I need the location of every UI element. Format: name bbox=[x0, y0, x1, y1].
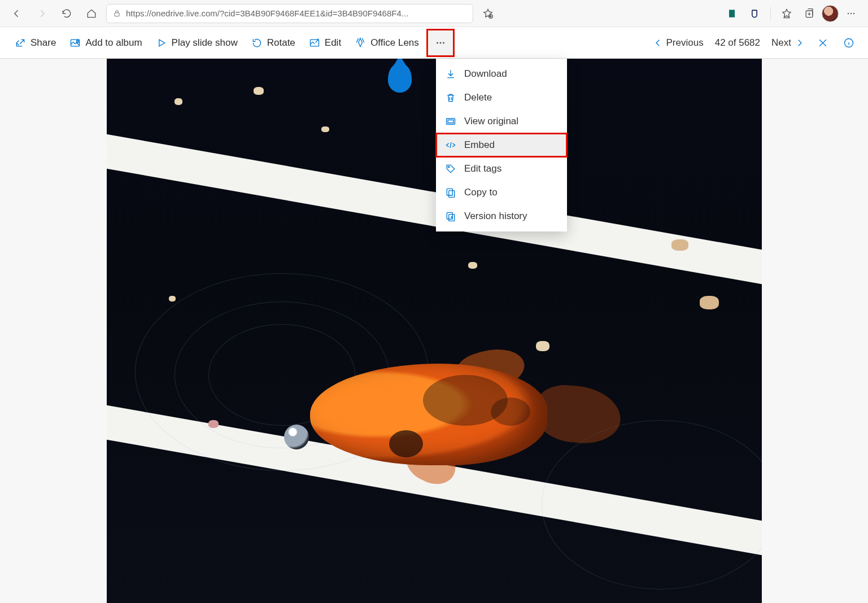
svg-point-6 bbox=[853, 12, 854, 14]
photo-viewer[interactable] bbox=[107, 59, 762, 603]
menu-version-history[interactable]: Version history bbox=[436, 204, 567, 228]
photo-stage bbox=[0, 59, 868, 603]
share-button[interactable]: Share bbox=[9, 33, 62, 53]
menu-download[interactable]: Download bbox=[436, 62, 567, 86]
back-button[interactable] bbox=[7, 3, 27, 24]
rotate-label: Rotate bbox=[267, 37, 295, 49]
office-lens-button[interactable]: Office Lens bbox=[349, 33, 425, 53]
svg-point-4 bbox=[848, 12, 849, 14]
favorites-button[interactable] bbox=[777, 3, 797, 24]
menu-copy-to[interactable]: Copy to bbox=[436, 181, 567, 204]
next-label: Next bbox=[771, 37, 791, 49]
rotate-button[interactable]: Rotate bbox=[246, 33, 301, 53]
share-label: Share bbox=[30, 37, 56, 49]
extension-2-icon[interactable] bbox=[744, 3, 765, 24]
onedrive-toolbar: Share Add to album Play slide show Rotat… bbox=[0, 27, 868, 59]
menu-delete[interactable]: Delete bbox=[436, 86, 567, 110]
add-to-album-button[interactable]: Add to album bbox=[64, 33, 147, 53]
menu-edit-tags[interactable]: Edit tags bbox=[436, 157, 567, 181]
next-button[interactable]: Next bbox=[769, 34, 807, 52]
svg-point-12 bbox=[443, 42, 444, 43]
play-slideshow-label: Play slide show bbox=[172, 37, 238, 49]
profile-avatar[interactable] bbox=[822, 5, 839, 22]
extension-1-icon[interactable] bbox=[722, 3, 742, 24]
menu-embed-label: Embed bbox=[464, 139, 495, 151]
menu-embed[interactable]: Embed bbox=[436, 133, 567, 157]
play-slideshow-button[interactable]: Play slide show bbox=[150, 33, 243, 53]
svg-point-11 bbox=[439, 42, 441, 43]
edit-button[interactable]: Edit bbox=[303, 33, 347, 53]
photo-counter: 42 of 5682 bbox=[712, 37, 764, 49]
svg-rect-18 bbox=[449, 191, 455, 198]
svg-rect-15 bbox=[448, 120, 453, 123]
svg-rect-2 bbox=[729, 10, 735, 17]
svg-point-16 bbox=[448, 167, 450, 168]
photo-decor bbox=[107, 126, 762, 296]
svg-rect-0 bbox=[115, 12, 119, 16]
address-bar[interactable]: https://onedrive.live.com/?cid=3B4B90F94… bbox=[106, 4, 473, 23]
menu-download-label: Download bbox=[464, 68, 507, 80]
menu-view-original[interactable]: View original bbox=[436, 110, 567, 133]
menu-copy-to-label: Copy to bbox=[464, 187, 498, 198]
app-overlay-icon bbox=[388, 63, 412, 93]
browser-right-cluster bbox=[722, 3, 861, 24]
menu-edit-tags-label: Edit tags bbox=[464, 163, 501, 174]
previous-button[interactable]: Previous bbox=[651, 34, 706, 52]
home-button[interactable] bbox=[81, 3, 102, 24]
add-favorite-button[interactable] bbox=[478, 3, 498, 24]
divider bbox=[770, 7, 771, 20]
browser-toolbar: https://onedrive.live.com/?cid=3B4B90F94… bbox=[0, 0, 868, 27]
photo-subject bbox=[310, 364, 626, 493]
refresh-button[interactable] bbox=[56, 3, 77, 24]
more-actions-button[interactable] bbox=[427, 29, 454, 56]
office-lens-label: Office Lens bbox=[370, 37, 419, 49]
add-to-album-label: Add to album bbox=[85, 37, 142, 49]
svg-rect-17 bbox=[447, 189, 452, 195]
address-url: https://onedrive.live.com/?cid=3B4B90F94… bbox=[126, 8, 408, 18]
more-actions-menu: Download Delete View original Embed Edit… bbox=[436, 59, 567, 231]
browser-more-button[interactable] bbox=[841, 3, 861, 24]
svg-point-5 bbox=[850, 12, 852, 14]
menu-view-original-label: View original bbox=[464, 116, 518, 127]
photo-nav: Previous 42 of 5682 Next bbox=[651, 33, 859, 53]
edit-label: Edit bbox=[325, 37, 341, 49]
info-button[interactable] bbox=[839, 33, 859, 53]
previous-label: Previous bbox=[666, 37, 704, 49]
collections-button[interactable] bbox=[799, 3, 819, 24]
menu-delete-label: Delete bbox=[464, 92, 492, 103]
close-button[interactable] bbox=[813, 33, 833, 53]
forward-button bbox=[32, 3, 52, 24]
menu-version-history-label: Version history bbox=[464, 211, 527, 222]
svg-point-10 bbox=[437, 42, 438, 43]
